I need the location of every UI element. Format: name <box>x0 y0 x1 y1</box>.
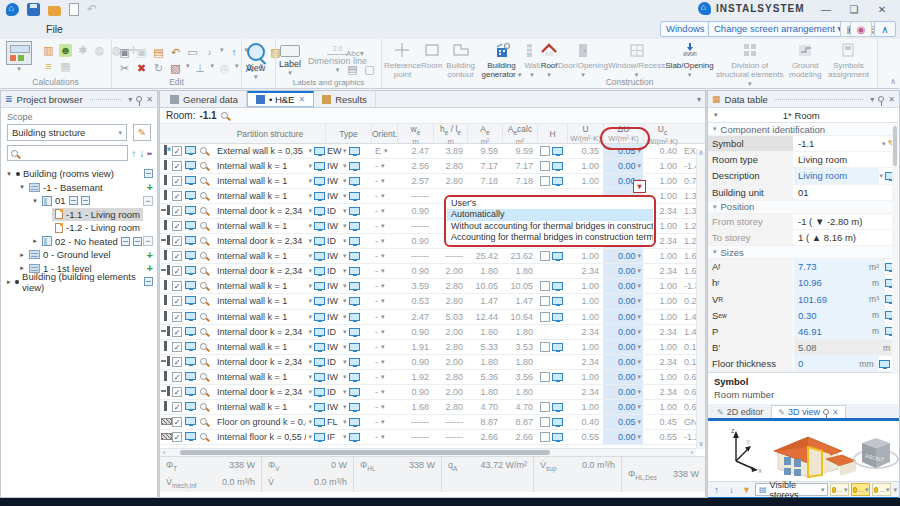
monitor-icon[interactable] <box>185 417 196 425</box>
h-checkbox[interactable] <box>540 146 550 156</box>
type-select[interactable]: IW▾ <box>325 372 371 382</box>
expand-icon[interactable]: ▸ <box>31 237 39 245</box>
monitor-icon[interactable] <box>314 403 325 411</box>
property-value[interactable]: 46.91m <box>794 324 885 339</box>
type-select[interactable]: ID▾ <box>325 206 371 216</box>
monitor-icon[interactable] <box>349 433 360 441</box>
undo-icon[interactable]: ↶ <box>169 46 182 59</box>
monitor-icon[interactable] <box>185 206 196 214</box>
monitor-icon[interactable] <box>185 191 196 199</box>
orientation-select[interactable]: -▾ <box>371 251 397 261</box>
property-value[interactable]: 101.69m³ <box>794 292 885 307</box>
monitor-icon[interactable] <box>314 267 325 275</box>
node-icon[interactable]: ⊥ <box>194 62 207 75</box>
include-checkbox[interactable]: ✓ <box>172 221 182 231</box>
monitor-icon[interactable] <box>879 360 890 368</box>
du-select[interactable]: 0.00▾ <box>603 385 643 399</box>
panel-menu-icon[interactable]: ▾ <box>870 95 874 104</box>
tree-item[interactable]: ▾Building (rooms view) <box>1 167 157 181</box>
partition-structure-select[interactable]: Internal wall k = 1▾ <box>215 296 325 306</box>
include-checkbox[interactable]: ✓ <box>172 161 182 171</box>
include-checkbox[interactable]: ✓ <box>172 357 182 367</box>
monitor-icon[interactable] <box>552 252 563 260</box>
orientation-select[interactable]: -▾ <box>371 342 397 352</box>
h-checkbox[interactable] <box>540 342 550 352</box>
menu-item[interactable]: User's <box>447 198 653 210</box>
property-value[interactable]: 10.96m <box>794 275 885 290</box>
expand-icon[interactable]: ▸ <box>18 251 26 259</box>
orientation-select[interactable]: -▾ <box>371 206 397 216</box>
partition-structure-select[interactable]: Internal floor k = 0,55 / 0,60▾ <box>215 432 325 442</box>
save-icon[interactable] <box>27 3 40 16</box>
tree-item[interactable]: ▸0 - Ground level+ <box>1 248 157 262</box>
table-view-icon[interactable] <box>69 196 78 205</box>
layers-icon[interactable]: ▦ <box>59 60 72 73</box>
property-value[interactable]: Living room <box>794 152 892 167</box>
type-select[interactable]: IW▾ <box>325 281 371 291</box>
property-value[interactable]: 1 ( ▲ 8.16 m) <box>794 230 892 245</box>
scope-select[interactable]: Building structure▾ <box>7 124 127 141</box>
search-down-icon[interactable]: ↓ <box>139 148 144 159</box>
dropdown-icon[interactable]: ▾ <box>879 172 883 180</box>
property-value[interactable]: -1.1 <box>794 136 882 151</box>
include-checkbox[interactable]: ✓ <box>172 191 182 201</box>
include-checkbox[interactable]: ✓ <box>172 281 182 291</box>
monitor-icon[interactable] <box>314 177 325 185</box>
remove-icon[interactable]: − <box>143 236 153 246</box>
monitor-icon[interactable] <box>314 147 325 155</box>
monitor-icon[interactable] <box>185 312 196 320</box>
du-select[interactable]: 0.00▾ <box>603 310 643 324</box>
open-icon[interactable] <box>48 6 61 16</box>
property-value[interactable]: -1 ( ▼ -2.80 m) <box>794 214 892 229</box>
h-checkbox[interactable] <box>540 176 550 186</box>
monitor-icon[interactable] <box>185 281 196 289</box>
monitor-icon[interactable] <box>314 358 325 366</box>
delete-icon[interactable]: ✖ <box>135 62 148 75</box>
cut-icon[interactable]: ✂ <box>118 62 131 75</box>
monitor-icon[interactable] <box>349 343 360 351</box>
monitor-icon[interactable] <box>185 146 196 154</box>
type-select[interactable]: EW▾ <box>325 146 371 156</box>
type-select[interactable]: IW▾ <box>325 191 371 201</box>
tree-item[interactable]: ▸02 - No heated− <box>1 235 157 249</box>
expand-icon[interactable]: ▾ <box>5 170 13 178</box>
calculations-button[interactable]: ▾ <box>6 41 32 73</box>
remove-icon[interactable]: − <box>143 196 153 206</box>
monitor-icon[interactable] <box>314 252 325 260</box>
type-select[interactable]: ID▾ <box>325 387 371 397</box>
monitor-icon[interactable] <box>314 237 325 245</box>
include-checkbox[interactable]: ✓ <box>172 251 182 261</box>
include-checkbox[interactable]: ✓ <box>172 342 182 352</box>
minimize-button[interactable]: — <box>812 0 840 20</box>
monitor-icon[interactable] <box>314 222 325 230</box>
collapse-room-icon[interactable]: ▾ <box>708 111 724 119</box>
panel-menu-icon[interactable]: ▾ <box>128 95 132 104</box>
partition-structure-select[interactable]: Internal door k = 2,34▾ <box>215 206 325 216</box>
match-icon[interactable]: ≡ <box>42 60 55 73</box>
layer-visibility-button[interactable]: ...▾ <box>851 483 870 496</box>
du-select[interactable]: 0.00▾ <box>603 400 643 414</box>
tree-item[interactable]: -1.1 - Living room <box>1 208 157 222</box>
close-tab-icon[interactable]: ✕ <box>832 408 839 417</box>
menu-item[interactable]: Accounting for thermal bridges in constr… <box>447 232 653 244</box>
col-orient[interactable]: Orient. <box>371 124 397 144</box>
section-header[interactable]: ▾Component identification <box>708 123 899 136</box>
partition-structure-select[interactable]: External wall k = 0,35▾ <box>215 146 325 156</box>
partition-structure-select[interactable]: Internal wall k = 1▾ <box>215 176 325 186</box>
monitor-icon[interactable] <box>552 313 563 321</box>
expand-icon[interactable]: ▾ <box>18 183 26 191</box>
monitor-icon[interactable] <box>314 343 325 351</box>
monitor-icon[interactable] <box>314 162 325 170</box>
monitor-icon[interactable] <box>349 147 360 155</box>
close-tab-icon[interactable]: ✕ <box>298 95 305 104</box>
add-icon[interactable]: + <box>147 182 153 192</box>
orientation-select[interactable]: -▾ <box>371 327 397 337</box>
include-checkbox[interactable]: ✓ <box>172 327 182 337</box>
inspect-icon[interactable] <box>200 267 207 274</box>
inspect-icon[interactable] <box>200 282 207 289</box>
table-view-icon[interactable] <box>81 196 90 205</box>
inspect-icon[interactable] <box>200 297 207 304</box>
visible-storeys-select[interactable]: ▤ Visible storeys ▾ <box>755 483 828 496</box>
section-header[interactable]: ▾Sizes <box>708 246 899 259</box>
tree-item[interactable]: ▸Building (building elements view) <box>1 275 157 289</box>
